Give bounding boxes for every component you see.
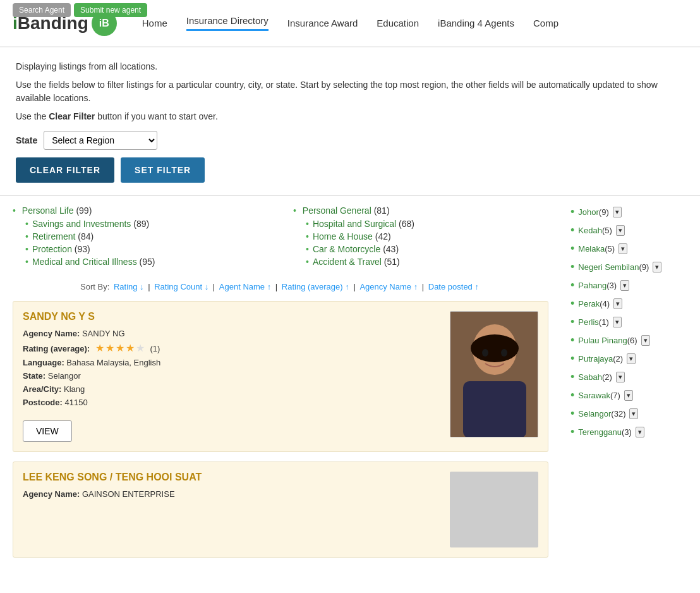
agent-name-2: LEE KENG SONG / TENG HOOI SUAT — [23, 472, 440, 483]
region-selangor-link[interactable]: Selangor — [578, 409, 611, 419]
set-filter-button[interactable]: SET FILTER — [121, 157, 205, 183]
region-perlis-dropdown[interactable]: ▾ — [613, 317, 622, 327]
region-kedah-link[interactable]: Kedah — [578, 226, 602, 235]
cat-retirement-link[interactable]: Retirement — [32, 231, 75, 241]
sort-rating[interactable]: Rating ↓ — [114, 282, 144, 291]
region-sabah-dropdown[interactable]: ▾ — [616, 372, 625, 382]
bullet-left: • — [13, 205, 16, 216]
sort-rating-average[interactable]: Rating (average) ↑ — [282, 282, 349, 291]
sort-agent-name[interactable]: Agent Name ↑ — [219, 282, 271, 291]
region-sabah-count: (2) — [602, 372, 612, 382]
list-item: Retirement (84) — [25, 231, 268, 241]
region-johor-link[interactable]: Johor — [578, 207, 599, 217]
list-item: Johor (9) ▾ — [570, 205, 691, 219]
agency-label: Agency Name: — [23, 329, 80, 338]
nav-insurance-award[interactable]: Insurance Award — [287, 18, 358, 28]
region-perak-link[interactable]: Perak — [578, 299, 600, 309]
nav-insurance-directory[interactable]: Insurance Directory — [186, 15, 269, 31]
region-terengganu-link[interactable]: Terengganu — [578, 427, 622, 437]
nav-ibanding-agents[interactable]: iBanding 4 Agents — [438, 18, 514, 28]
region-pahang-dropdown[interactable]: ▾ — [620, 280, 629, 291]
region-pulau-dropdown[interactable]: ▾ — [641, 335, 650, 346]
region-putrajaya-dropdown[interactable]: ▾ — [627, 353, 636, 364]
star-5-icon: ★ — [136, 342, 145, 354]
list-item: Perak (4) ▾ — [570, 297, 691, 310]
list-item: Savings and Investments (89) — [25, 219, 268, 229]
list-item: Putrajaya (2) ▾ — [570, 352, 691, 365]
agent-area: Area/City: Klang — [23, 384, 440, 394]
sort-rating-count[interactable]: Rating Count ↓ — [154, 282, 208, 291]
agent-state: State: Selangor — [23, 371, 440, 381]
view-agent-button[interactable]: VIEW — [23, 420, 72, 442]
agent-photo — [450, 311, 538, 437]
svg-point-4 — [482, 349, 488, 357]
left-panel: • Personal Life (99) Savings and Investm… — [0, 196, 561, 577]
list-item: Negeri Sembilan (9) ▾ — [570, 260, 691, 274]
cat-protection-link[interactable]: Protection — [32, 244, 72, 254]
list-item: Kedah (5) ▾ — [570, 224, 691, 237]
list-item: Home & House (42) — [306, 231, 548, 241]
agency-value-2: GAINSON ENTERPRISE — [82, 489, 175, 499]
svg-point-3 — [471, 334, 519, 362]
cat-personal-life-subs: Savings and Investments (89) Retirement … — [25, 219, 268, 267]
cat-personal-general-count: (81) — [374, 205, 390, 216]
region-pahang-link[interactable]: Pahang — [578, 281, 606, 290]
cat-accident-link[interactable]: Accident & Travel — [313, 257, 382, 267]
cat-personal-life: • Personal Life (99) — [13, 205, 268, 216]
submit-agent-button[interactable]: Submit new agent — [74, 3, 147, 17]
cat-home-link[interactable]: Home & House — [313, 231, 373, 241]
language-value: Bahasa Malaysia, English — [66, 358, 160, 367]
region-melaka-link[interactable]: Melaka — [578, 244, 605, 254]
region-johor-dropdown[interactable]: ▾ — [613, 207, 622, 217]
state-select[interactable]: Select a Region — [44, 131, 157, 150]
cat-retirement-count: (84) — [78, 231, 94, 241]
list-item: Protection (93) — [25, 244, 268, 254]
region-selangor-dropdown[interactable]: ▾ — [629, 408, 638, 419]
cat-hospital-link[interactable]: Hospital and Surgical — [313, 219, 396, 229]
state-filter-row: State Select a Region — [16, 131, 684, 150]
region-kedah-dropdown[interactable]: ▾ — [616, 225, 625, 236]
agent-info: SANDY NG Y S Agency Name: SANDY NG Ratin… — [23, 311, 440, 442]
region-terengganu-dropdown[interactable]: ▾ — [636, 427, 644, 437]
nav-education[interactable]: Education — [377, 18, 419, 28]
cat-home-count: (42) — [375, 231, 391, 241]
clear-filter-button[interactable]: CLEAR FILTER — [16, 157, 114, 183]
star-2-icon: ★ — [106, 342, 114, 354]
star-4-icon: ★ — [126, 342, 135, 354]
region-terengganu-count: (3) — [622, 427, 632, 437]
cat-hospital-count: (68) — [399, 219, 414, 229]
filter-buttons: CLEAR FILTER SET FILTER — [16, 157, 684, 183]
cat-protection-count: (93) — [75, 244, 90, 254]
region-sarawak-link[interactable]: Sarawak — [578, 391, 610, 400]
region-putrajaya-link[interactable]: Putrajaya — [578, 354, 613, 364]
region-melaka-dropdown[interactable]: ▾ — [619, 243, 627, 254]
agent-agency-2: Agency Name: GAINSON ENTERPRISE — [23, 489, 440, 499]
clear-filter-bold: Clear Filter — [49, 111, 95, 121]
agent-photo-2 — [450, 472, 538, 547]
sort-agency-name[interactable]: Agency Name ↑ — [359, 282, 418, 291]
cat-personal-general-link[interactable]: Personal General — [303, 205, 371, 216]
list-item: Accident & Travel (51) — [306, 257, 548, 267]
star-3-icon: ★ — [116, 342, 124, 354]
region-pulau-link[interactable]: Pulau Pinang — [578, 336, 627, 345]
cat-personal-life-link[interactable]: Personal Life — [22, 205, 74, 216]
cat-savings-count: (89) — [133, 219, 149, 229]
cat-personal-general: • Personal General (81) — [293, 205, 548, 216]
region-negeri-dropdown[interactable]: ▾ — [653, 262, 661, 272]
cat-car-link[interactable]: Car & Motorcycle — [313, 244, 380, 254]
nav-home[interactable]: Home — [142, 18, 167, 28]
region-perak-dropdown[interactable]: ▾ — [613, 298, 622, 309]
region-perlis-link[interactable]: Perlis — [578, 317, 599, 327]
cat-medical-link[interactable]: Medical and Critical Illness — [32, 257, 137, 267]
sort-date-posted[interactable]: Date posted ↑ — [428, 282, 479, 291]
nav-comp[interactable]: Comp — [533, 18, 558, 28]
state-value: Selangor — [48, 371, 81, 381]
state-label-card: State: — [23, 371, 45, 381]
search-agent-button[interactable]: Search Agent — [13, 3, 71, 17]
region-negeri-link[interactable]: Negeri Sembilan — [578, 262, 639, 272]
region-sabah-link[interactable]: Sabah — [578, 372, 602, 382]
region-sarawak-dropdown[interactable]: ▾ — [624, 390, 633, 401]
cat-medical-count: (95) — [140, 257, 155, 267]
region-perak-count: (4) — [600, 299, 610, 309]
cat-savings-link[interactable]: Savings and Investments — [32, 219, 131, 229]
